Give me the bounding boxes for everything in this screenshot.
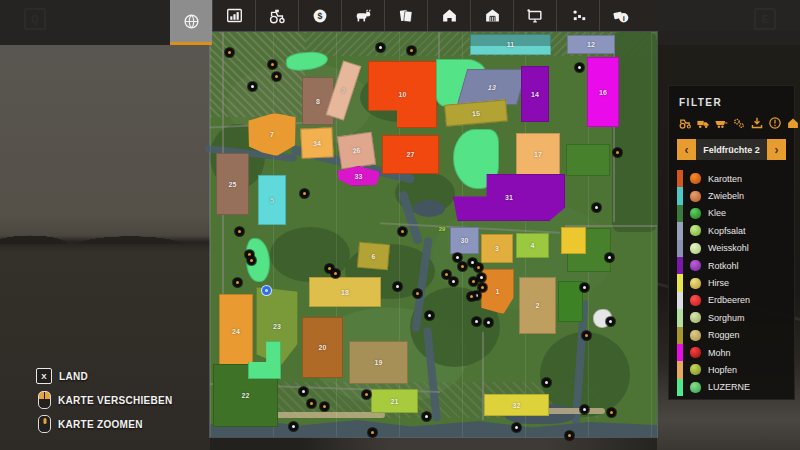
map-field-4[interactable]: 4 — [516, 233, 549, 258]
field-number: 19 — [375, 359, 383, 366]
klee-icon — [690, 208, 701, 219]
map-hotspot-marker — [413, 289, 422, 298]
tab-computer[interactable] — [513, 0, 556, 31]
map-field-5[interactable]: 5 — [258, 175, 286, 225]
crop-filter-weisskohl[interactable]: Weisskohl — [677, 240, 786, 257]
map-field-20[interactable]: 20 — [302, 317, 343, 378]
map-field-26[interactable]: 26 — [337, 132, 376, 170]
crop-color-swatch — [677, 170, 683, 187]
map-field-2[interactable]: 2 — [519, 277, 556, 334]
tab-buildings[interactable] — [470, 0, 513, 31]
map-hotspot-marker — [307, 399, 316, 408]
map-field-14[interactable]: 14 — [521, 66, 549, 122]
crop-filter-klee[interactable]: Klee — [677, 205, 786, 222]
crop-color-swatch — [677, 379, 683, 396]
map-field-16[interactable]: 16 — [587, 57, 619, 127]
map-field[interactable] — [561, 227, 586, 254]
tab-contracts[interactable] — [384, 0, 427, 31]
prev-category-button[interactable]: ‹ — [677, 139, 696, 160]
world-map[interactable]: 1112891073426273325513141615173161823242… — [210, 32, 657, 437]
crop-filter-roggen[interactable]: Roggen — [677, 327, 786, 344]
computer-icon — [526, 7, 544, 25]
crop-label: Hopfen — [708, 365, 737, 375]
tab-production[interactable] — [556, 0, 599, 31]
tab-statistics[interactable] — [212, 0, 255, 31]
crop-filter-zwiebeln[interactable]: Zwiebeln — [677, 187, 786, 204]
map-field-18[interactable]: 18 — [309, 277, 381, 307]
warning-filter-icon[interactable] — [768, 116, 782, 130]
tractor-filter-icon[interactable] — [678, 116, 692, 130]
map-hotspot-marker — [458, 262, 467, 271]
truck-filter-icon[interactable] — [696, 116, 710, 130]
crop-color-swatch — [677, 274, 683, 291]
field-number: 30 — [461, 237, 469, 244]
tab-vehicles[interactable] — [255, 0, 298, 31]
crop-filter-rotkohl[interactable]: Rotkohl — [677, 257, 786, 274]
tab-garage[interactable] — [427, 0, 470, 31]
map-hotspot-marker — [362, 390, 371, 399]
map-field[interactable] — [285, 50, 328, 72]
map-hotspot-marker — [425, 311, 434, 320]
crop-filter-sorghum[interactable]: Sorghum — [677, 309, 786, 326]
mouse-buttons-icon — [38, 391, 51, 409]
map-field-25[interactable]: 25 — [216, 153, 249, 215]
crop-filter-mohn[interactable]: Mohn — [677, 344, 786, 361]
field-number: 6 — [371, 252, 376, 259]
map-field-32[interactable]: 32 — [484, 394, 549, 416]
map-hotspot-marker — [449, 277, 458, 286]
crop-filter-hirse[interactable]: Hirse — [677, 274, 786, 291]
field-number: 16 — [599, 89, 607, 96]
tab-finances[interactable]: $ — [298, 0, 341, 31]
crop-filter-erdbeeren[interactable]: Erdbeeren — [677, 292, 786, 309]
map-field-27[interactable]: 27 — [382, 135, 439, 174]
crop-label: Roggen — [708, 330, 740, 340]
map-hotspot-marker — [453, 253, 462, 262]
field-number: 22 — [242, 392, 250, 399]
map-hotspot-marker — [393, 282, 402, 291]
crop-filter-hopfen[interactable]: Hopfen — [677, 361, 786, 378]
tab-prices[interactable]: i — [599, 0, 642, 31]
tab-animals[interactable] — [341, 0, 384, 31]
filter-icon-row — [678, 116, 786, 130]
field-number: 24 — [232, 328, 240, 335]
map-field-19[interactable]: 19 — [349, 341, 408, 384]
map-hotspot-marker — [472, 317, 481, 326]
crop-filter-kopfsalat[interactable]: Kopfsalat — [677, 222, 786, 239]
map-hotspot-marker — [474, 263, 483, 272]
download-filter-icon[interactable] — [750, 116, 764, 130]
field-number: 21 — [391, 398, 399, 405]
map-hotspot-marker — [235, 227, 244, 236]
map-field-30[interactable]: 30 — [450, 227, 479, 254]
map-hotspot-marker — [299, 387, 308, 396]
map-field-29[interactable]: 29 — [434, 223, 450, 234]
map-field-21[interactable]: 21 — [371, 389, 418, 413]
crop-color-swatch — [677, 361, 683, 378]
tab-map[interactable] — [170, 0, 212, 45]
map-hotspot-marker — [300, 189, 309, 198]
crop-filter-karotten[interactable]: Karotten — [677, 170, 786, 187]
gears-filter-icon[interactable] — [732, 116, 746, 130]
trailer-filter-icon[interactable] — [714, 116, 728, 130]
map-field-15[interactable]: 15 — [444, 99, 508, 126]
crop-filter-luzerne[interactable]: LUZERNE — [677, 379, 786, 396]
karotten-icon — [690, 173, 701, 184]
map-field-6[interactable]: 6 — [357, 242, 390, 271]
map-field-1[interactable]: 1 — [481, 269, 514, 314]
crop-color-swatch — [677, 327, 683, 344]
map-hotspot-marker — [477, 273, 486, 282]
svg-text:$: $ — [318, 11, 323, 21]
map-field-3[interactable]: 3 — [481, 234, 513, 263]
legend-label: LAND — [59, 371, 88, 382]
map-hotspot-marker — [467, 292, 476, 301]
legend-row-pan: KARTE VERSCHIEBEN — [36, 388, 173, 412]
house-filter-icon[interactable] — [786, 116, 800, 130]
map-field-34[interactable]: 34 — [300, 127, 334, 159]
map-hotspot-marker — [398, 227, 407, 236]
map-field-24[interactable]: 24 — [219, 294, 253, 369]
next-category-button[interactable]: › — [767, 139, 786, 160]
map-field-17[interactable]: 17 — [516, 133, 560, 176]
map-hotspot-marker — [233, 278, 242, 287]
map-field[interactable] — [566, 144, 610, 176]
field-number: 3 — [495, 245, 499, 252]
map-hotspot-marker — [289, 422, 298, 431]
